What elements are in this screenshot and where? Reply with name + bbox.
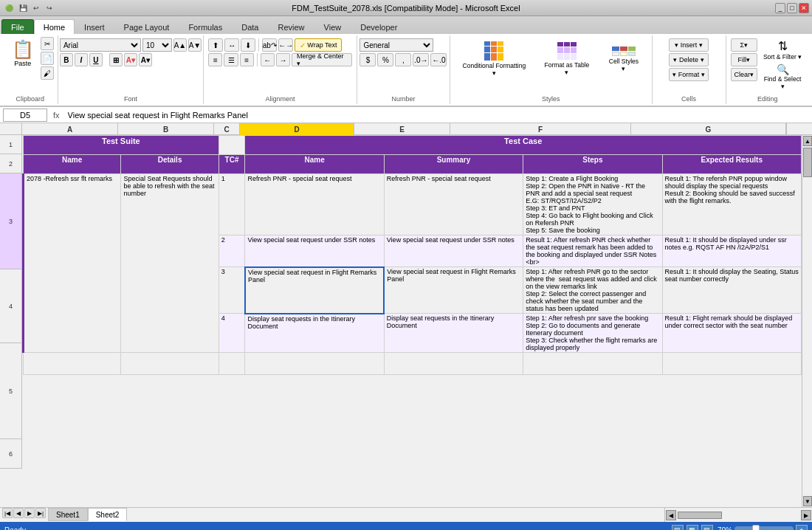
accounting-button[interactable]: $ — [359, 53, 376, 66]
sheet-nav-next[interactable]: ▶ — [24, 508, 35, 518]
indent-button[interactable]: ←→ — [278, 38, 293, 52]
col-header-b[interactable]: B — [118, 123, 214, 135]
save-qa-icon[interactable]: 💾 — [17, 2, 29, 14]
align-right-button[interactable]: ≡ — [240, 53, 254, 66]
merge-center-button[interactable]: Merge & Center ▾ — [292, 53, 352, 66]
cell-empty-d — [245, 353, 384, 375]
italic-button[interactable]: I — [75, 53, 88, 66]
format-button[interactable]: ▾ Format ▾ — [669, 68, 709, 81]
scroll-thumb[interactable] — [803, 148, 812, 177]
format-as-table-button[interactable]: Format as Table ▾ — [537, 39, 598, 79]
underline-button[interactable]: U — [89, 53, 103, 66]
font-name-select[interactable]: Arial — [60, 38, 141, 52]
row-num-5[interactable]: 5 — [0, 343, 22, 439]
align-middle-button[interactable]: ↔ — [224, 38, 239, 52]
formula-input[interactable] — [66, 109, 809, 122]
increase-decimal-button[interactable]: .0→ — [413, 53, 429, 66]
percent-button[interactable]: % — [377, 53, 393, 66]
redo-qa-icon[interactable]: ↪ — [44, 2, 55, 14]
sheet-tab-2[interactable]: Sheet2 — [88, 508, 128, 521]
close-button[interactable]: ✕ — [799, 3, 809, 13]
tab-data[interactable]: Data — [232, 19, 268, 34]
page-layout-view-button[interactable]: ▦ — [687, 525, 698, 530]
col-header-f[interactable]: F — [450, 123, 631, 135]
align-bottom-button[interactable]: ⬇ — [241, 38, 255, 52]
scroll-right-button[interactable]: ▶ — [801, 510, 811, 520]
row-num-1[interactable]: 1 — [0, 135, 22, 154]
tab-view[interactable]: View — [314, 19, 351, 34]
decrease-decimal-button[interactable]: ←.0 — [430, 53, 447, 66]
copy-button[interactable]: 📄 — [41, 52, 54, 65]
sheet-nav-last[interactable]: ▶| — [35, 508, 46, 518]
row-num-3[interactable]: 3 — [0, 173, 22, 269]
cell-reference-input[interactable] — [3, 109, 47, 122]
borders-button[interactable]: ⊞ — [109, 53, 123, 66]
insert-button[interactable]: ▾ Insert ▾ — [669, 38, 709, 52]
row-num-2[interactable]: 2 — [0, 154, 22, 173]
tab-review[interactable]: Review — [268, 19, 314, 34]
h-scroll-thumb[interactable] — [678, 512, 722, 519]
paste-button[interactable]: 📋 Paste — [7, 37, 39, 69]
font-color-button[interactable]: A▾ — [139, 53, 152, 66]
status-ready: Ready — [4, 526, 26, 531]
sheet-nav-first[interactable]: |◀ — [2, 508, 13, 518]
font-size-select[interactable]: 10 — [142, 38, 172, 52]
text-direction-button[interactable]: ab↷ — [262, 38, 277, 52]
increase-font-button[interactable]: A▲ — [173, 38, 187, 52]
vertical-scrollbar[interactable]: ▲ ▼ — [802, 135, 812, 507]
cell-2e: Summary — [384, 155, 523, 174]
increase-indent-button[interactable]: → — [276, 53, 290, 66]
tab-developer[interactable]: Developer — [351, 19, 407, 34]
row-num-4[interactable]: 4 — [0, 269, 22, 343]
align-left-button[interactable]: ≡ — [208, 53, 222, 66]
cell-5d[interactable]: View special seat request in Flight Rema… — [245, 267, 384, 314]
tab-file[interactable]: File — [1, 19, 34, 34]
horizontal-scrollbar[interactable]: ◀ ▶ — [664, 508, 812, 523]
zoom-in-button[interactable]: + — [796, 525, 808, 530]
find-select-button[interactable]: 🔍 Find & Select ▾ — [760, 63, 805, 91]
delete-button[interactable]: ▾ Delete ▾ — [669, 53, 709, 66]
page-break-view-button[interactable]: ▧ — [701, 525, 713, 530]
comma-button[interactable]: , — [395, 53, 411, 66]
fill-color-button[interactable]: A▾ — [124, 53, 137, 66]
clear-button[interactable]: Clear▾ — [731, 68, 758, 81]
fill-button[interactable]: Fill▾ — [731, 53, 758, 66]
autosum-button[interactable]: Σ▾ — [731, 38, 758, 52]
maximize-button[interactable]: □ — [787, 3, 797, 13]
cell-styles-button[interactable]: Cell Styles ▾ — [600, 44, 647, 75]
zoom-thumb[interactable] — [752, 525, 760, 530]
minimize-button[interactable]: _ — [775, 3, 785, 13]
sheet-nav-prev[interactable]: ◀ — [13, 508, 24, 518]
tab-pagelayout[interactable]: Page Layout — [114, 19, 179, 34]
tab-formulas[interactable]: Formulas — [179, 19, 232, 34]
zoom-slider[interactable] — [734, 526, 794, 530]
normal-view-button[interactable]: ▤ — [672, 525, 684, 530]
scroll-up-button[interactable]: ▲ — [803, 136, 812, 146]
row-num-6[interactable]: 6 — [0, 439, 22, 469]
tab-home[interactable]: Home — [34, 19, 75, 34]
col-header-g[interactable]: G — [631, 123, 786, 135]
col-header-d[interactable]: D — [240, 123, 354, 135]
col-header-c[interactable]: C — [214, 123, 240, 135]
col-header-e[interactable]: E — [354, 123, 450, 135]
decrease-indent-button[interactable]: ← — [261, 53, 275, 66]
sort-filter-button[interactable]: ⇅ Sort & Filter ▾ — [760, 38, 805, 61]
bold-button[interactable]: B — [60, 53, 73, 66]
undo-qa-icon[interactable]: ↩ — [30, 2, 42, 14]
decrease-font-button[interactable]: A▼ — [188, 38, 202, 52]
tab-insert[interactable]: Insert — [75, 19, 114, 34]
align-top-button[interactable]: ⬆ — [208, 38, 223, 52]
format-painter-button[interactable]: 🖌 — [41, 66, 54, 80]
clipboard-label: Clipboard — [3, 95, 58, 103]
scroll-down-button[interactable]: ▼ — [803, 496, 812, 506]
sheet-tab-1[interactable]: Sheet1 — [48, 508, 88, 521]
wrap-text-button[interactable]: ✓ Wrap Text — [295, 38, 342, 52]
col-header-a[interactable]: A — [22, 123, 118, 135]
view-buttons: ▤ ▦ ▧ — [672, 525, 713, 530]
scroll-left-button[interactable]: ◀ — [666, 510, 676, 520]
conditional-formatting-button[interactable]: Conditional Formatting ▾ — [455, 38, 533, 80]
clipboard-content: 📋 Paste ✂ 📄 🖌 — [7, 37, 54, 91]
number-format-select[interactable]: General — [359, 38, 433, 52]
align-center-button[interactable]: ☰ — [224, 53, 238, 66]
cut-button[interactable]: ✂ — [41, 37, 54, 50]
